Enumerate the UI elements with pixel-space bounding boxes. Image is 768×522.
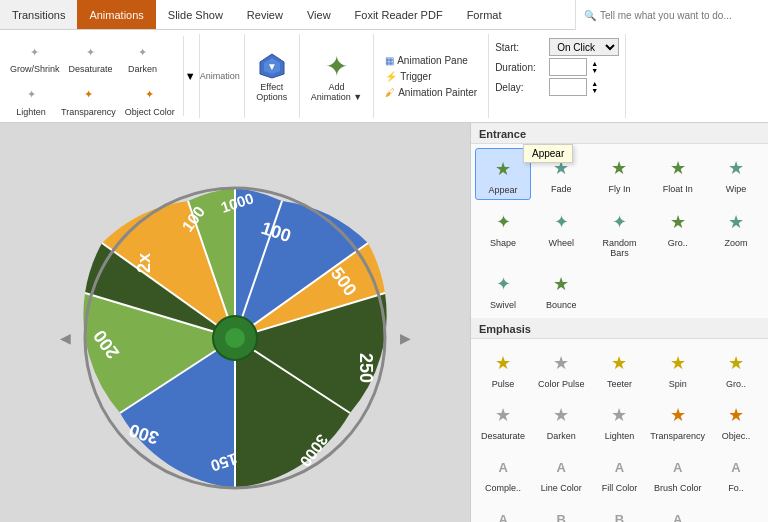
boldflash-effect[interactable]: B Bold Flash [533,499,589,522]
add-animation-label: AddAnimation ▼ [311,82,362,102]
wheel-icon: ✦ [545,206,577,238]
trigger-label: Trigger [400,71,431,82]
tab-format[interactable]: Format [455,0,514,29]
fade-label: Fade [551,184,572,194]
grow2-effect[interactable]: ★ Gro.. [708,343,764,393]
animation-pane-button[interactable]: ▦ Animation Pane [382,54,480,67]
tab-transitions[interactable]: Transitions [0,0,77,29]
darken2-effect[interactable]: ★ Darken [533,395,589,445]
bounce-effect[interactable]: ★ Bounce [533,264,589,314]
right-nav: ▶ [395,330,415,346]
desaturate2-icon: ★ [487,399,519,431]
painter-icon: 🖌 [385,87,395,98]
linecolor-effect[interactable]: A Line Color [533,447,589,497]
delay-input[interactable]: 00.00 [549,78,587,96]
animation-painter-button[interactable]: 🖌 Animation Painter [382,86,480,99]
duration-input[interactable]: 01.00 [549,58,587,76]
lighten2-icon: ★ [603,399,635,431]
brushcolor-effect[interactable]: A Brush Color [650,447,706,497]
appear-icon: ★ [487,153,519,185]
tab-slideshow[interactable]: Slide Show [156,0,235,29]
darken-label: Darken [128,64,157,75]
lighten2-label: Lighten [605,431,635,441]
grow-effect[interactable]: ★ Gro.. [650,202,706,262]
desaturate2-effect[interactable]: ★ Desaturate [475,395,531,445]
duration-label: Duration: [495,62,545,73]
object-color-btn[interactable]: ✦ Object Color [121,81,179,120]
scroll-arrow[interactable]: ▼ [183,36,197,116]
trigger-icon: ⚡ [385,71,397,82]
transparency2-effect[interactable]: ★ Transparency [650,395,706,445]
swivel-icon: ✦ [487,268,519,300]
grow-shrink-btn[interactable]: ✦ Grow/Shrink [6,38,64,77]
trigger-button[interactable]: ⚡ Trigger [382,70,480,83]
transparency2-label: Transparency [650,431,705,441]
duration-arrows[interactable]: ▲▼ [591,60,598,74]
wave-effect[interactable]: A Wave [650,499,706,522]
ribbon-content: ✦ Grow/Shrink ✦ Desaturate ✦ Darken ✦ [0,30,768,122]
effect-options-button[interactable]: ▼ EffectOptions [251,47,293,105]
floatin-icon: ★ [662,152,694,184]
lighten-label: Lighten [16,107,46,118]
spin-effect[interactable]: ★ Spin [650,343,706,393]
lighten-btn[interactable]: ✦ Lighten [6,81,56,120]
complement-label: Comple.. [485,483,521,493]
prize-wheel[interactable]: 100 500 250 3000 150 300 200 2x 100 1000 [75,178,395,498]
lighten2-effect[interactable]: ★ Lighten [591,395,647,445]
flyin-effect[interactable]: ★ Fly In [591,148,647,200]
start-label: Start: [495,42,545,53]
underline-effect[interactable]: A Underline [475,499,531,522]
wipe-effect[interactable]: ★ Wipe [708,148,764,200]
tab-animations[interactable]: Animations [77,0,155,29]
font-effect[interactable]: A Fo.. [708,447,764,497]
colorpulse-effect[interactable]: ★ Color Pulse [533,343,589,393]
delay-arrows[interactable]: ▲▼ [591,80,598,94]
shape-effect[interactable]: ✦ Shape [475,202,531,262]
add-animation-icon: ✦ [320,50,352,82]
start-select[interactable]: On Click With Previous After Previous [549,38,619,56]
colorpulse-icon: ★ [545,347,577,379]
randombars-effect[interactable]: ✦ Random Bars [591,202,647,262]
tab-review[interactable]: Review [235,0,295,29]
darken-icon: ✦ [131,40,155,64]
grow2-icon: ★ [720,347,752,379]
boldreveal-effect[interactable]: B Bold Reveal [591,499,647,522]
floatin-effect[interactable]: ★ Float In [650,148,706,200]
desaturate-btn[interactable]: ✦ Desaturate [65,38,117,77]
darken-btn[interactable]: ✦ Darken [118,38,168,77]
complement-effect[interactable]: A Comple.. [475,447,531,497]
tab-view[interactable]: View [295,0,343,29]
brushcolor-label: Brush Color [654,483,702,493]
pulse-effect[interactable]: ★ Pulse [475,343,531,393]
spin-icon: ★ [662,347,694,379]
flyin-label: Fly In [608,184,630,194]
objectcolor-effect[interactable]: ★ Objec.. [708,395,764,445]
tab-foxit[interactable]: Foxit Reader PDF [343,0,455,29]
search-input[interactable] [600,10,760,21]
emphasis-effects-grid: ★ Pulse ★ Color Pulse ★ Teeter ★ Spin ★ … [471,339,768,522]
swivel-label: Swivel [490,300,516,310]
wheel-container: 100 500 250 3000 150 300 200 2x 100 1000 [75,178,395,498]
wheel-effect[interactable]: ✦ Wheel [533,202,589,262]
swivel-effect[interactable]: ✦ Swivel [475,264,531,314]
randombars-label: Random Bars [593,238,645,258]
slide-canvas: ◀ [0,123,470,522]
ribbon: Transitions Animations Slide Show Review… [0,0,768,123]
zoom-effect[interactable]: ★ Zoom [708,202,764,262]
emphasis-title: Emphasis [471,318,768,339]
main-area: ◀ [0,123,768,522]
add-animation-button[interactable]: ✦ AddAnimation ▼ [306,47,367,105]
teeter-effect[interactable]: ★ Teeter [591,343,647,393]
fillcolor-effect[interactable]: A Fill Color [591,447,647,497]
wheel-label: Wheel [549,238,575,248]
svg-text:250: 250 [356,353,376,383]
animation-painter-label: Animation Painter [398,87,477,98]
timing-group: Start: On Click With Previous After Prev… [489,34,626,118]
effect-options-group: ▼ EffectOptions [245,34,300,118]
effect-options-icon: ▼ [256,50,288,82]
fillcolor-label: Fill Color [602,483,638,493]
animation-effects-panel: Entrance ★ Appear ★ Fade ★ Fly In ★ [470,123,768,522]
grow-shrink-icon: ✦ [23,40,47,64]
transparency-btn[interactable]: ✦ Transparency [57,81,120,120]
linecolor-label: Line Color [541,483,582,493]
